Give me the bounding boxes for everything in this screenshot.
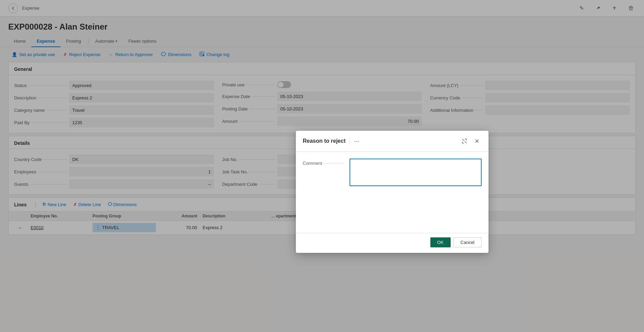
dialog-title-area: Reason to reject ··· <box>303 138 359 145</box>
cancel-button[interactable]: Cancel <box>453 237 482 247</box>
dialog-comment-row: Comment <box>303 159 482 186</box>
dialog-header: Reason to reject ··· ✕ <box>296 131 489 152</box>
dialog-more-options[interactable]: ··· <box>354 138 359 145</box>
dialog-close-icon[interactable]: ✕ <box>472 136 482 146</box>
dialog-body: Comment <box>296 152 489 192</box>
reason-to-reject-dialog: Reason to reject ··· ✕ Comment OK Cancel <box>296 131 489 253</box>
dialog-expand-icon[interactable] <box>460 136 469 146</box>
ok-button[interactable]: OK <box>430 237 451 247</box>
dialog-title: Reason to reject <box>303 138 345 144</box>
dialog-footer: OK Cancel <box>296 233 489 253</box>
comment-label: Comment <box>303 159 344 166</box>
comment-input[interactable] <box>350 159 482 186</box>
dialog-header-right: ✕ <box>460 136 482 146</box>
page-wrapper: Expense ✎ + EXP000028 - Alan Steiner Hom… <box>0 0 644 332</box>
dialog-title-separator <box>350 138 350 144</box>
dialog-spacer <box>296 192 489 233</box>
